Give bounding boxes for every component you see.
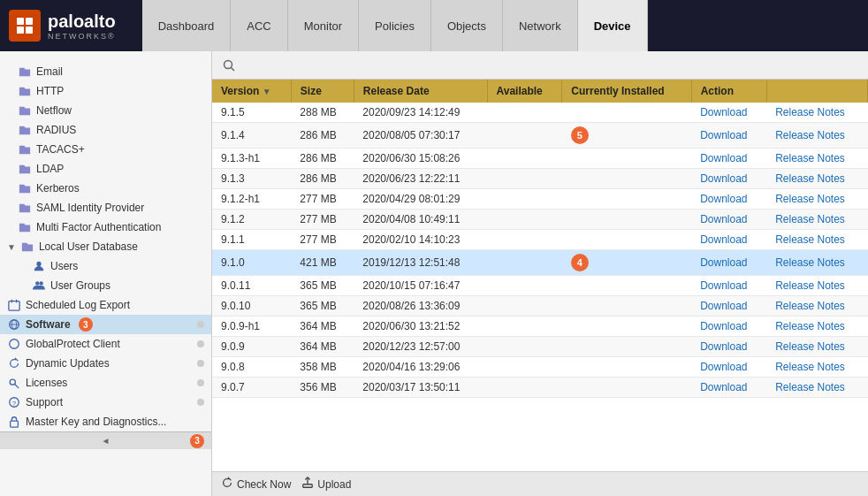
download-link[interactable]: Download [700,279,747,292]
cell-notes: Release Notes [766,169,867,189]
download-link[interactable]: Download [700,300,747,312]
cell-version: 9.0.7 [212,378,291,398]
download-link[interactable]: Download [700,256,747,269]
release-notes-link[interactable]: Release Notes [775,193,845,205]
sidebar-item-support[interactable]: ? Support [0,393,211,412]
software-badge: 3 [79,317,93,332]
tab-policies[interactable]: Policies [359,0,431,51]
cell-available [487,169,562,189]
release-notes-link[interactable]: Release Notes [775,152,845,164]
cell-notes: Release Notes [766,378,867,398]
help-icon: ? [7,395,21,409]
table-row: 9.0.8358 MB2020/04/16 13:29:06DownloadRe… [212,357,868,378]
sidebar-item-globalprotect[interactable]: GlobalProtect Client [0,334,211,354]
sidebar-item-scheduled-log[interactable]: Scheduled Log Export [0,295,211,315]
table-row: 9.0.11365 MB2020/10/15 07:16:47DownloadR… [212,276,868,296]
download-link[interactable]: Download [700,213,747,225]
upload-button[interactable]: Upload [301,477,351,492]
check-now-button[interactable]: Check Now [221,477,291,492]
col-size[interactable]: Size [291,80,354,103]
sidebar-item-software[interactable]: Software 3 [0,315,211,334]
tab-device[interactable]: Device [578,0,648,51]
tab-network[interactable]: Network [503,0,578,51]
col-currently-installed[interactable]: Currently Installed [562,80,691,103]
folder-icon [18,181,32,195]
download-link[interactable]: Download [700,172,747,185]
release-notes-link[interactable]: Release Notes [775,300,845,312]
search-button[interactable] [219,56,239,75]
folder-icon [18,162,32,176]
download-link[interactable]: Download [700,381,747,393]
cell-installed [562,357,691,378]
sidebar-item-local-user-db[interactable]: ▼ Local User Database [0,237,211,256]
svg-rect-3 [26,27,33,34]
logo-icon [9,10,41,42]
cell-available [487,317,562,337]
col-version[interactable]: Version ▼ [212,80,291,103]
sidebar-item-dynamic-updates[interactable]: Dynamic Updates [0,354,211,373]
sidebar-item-users[interactable]: Users [0,256,211,276]
tab-dashboard[interactable]: Dashboard [142,0,232,51]
refresh-icon [7,356,21,370]
cell-date: 2020/08/26 13:36:09 [354,296,487,317]
download-link[interactable]: Download [700,340,747,353]
release-notes-link[interactable]: Release Notes [775,233,845,246]
content-area: Version ▼ Size Release Date Available Cu… [212,51,868,496]
release-notes-link[interactable]: Release Notes [775,213,845,225]
col-action[interactable]: Action [691,80,766,103]
tab-acc[interactable]: ACC [231,0,287,51]
col-available[interactable]: Available [487,80,562,103]
sidebar-item-email[interactable]: Email [0,62,211,81]
release-notes-link[interactable]: Release Notes [775,106,845,118]
download-link[interactable]: Download [700,320,747,332]
cell-action: Download [691,250,766,276]
cell-version: 9.1.2 [212,210,291,230]
tab-objects[interactable]: Objects [431,0,503,51]
table-row: 9.0.9364 MB2020/12/23 12:57:00DownloadRe… [212,337,868,357]
col-release-date[interactable]: Release Date [354,80,487,103]
svg-point-13 [10,340,19,349]
sidebar-item-mfa[interactable]: Multi Factor Authentication [0,217,211,237]
cell-size: 365 MB [291,276,354,296]
release-notes-link[interactable]: Release Notes [775,361,845,373]
sidebar-item-saml[interactable]: SAML Identity Provider [0,198,211,217]
svg-rect-2 [17,27,24,34]
sidebar-scroll-badge: 3 [190,434,204,448]
cell-installed [562,103,691,123]
download-link[interactable]: Download [700,193,747,205]
svg-point-14 [10,379,15,385]
release-notes-link[interactable]: Release Notes [775,381,845,393]
release-notes-link[interactable]: Release Notes [775,340,845,353]
download-link[interactable]: Download [700,106,747,118]
sidebar-item-netflow[interactable]: Netflow [0,101,211,120]
sidebar-item-radius[interactable]: RADIUS [0,120,211,140]
folder-icon [18,65,32,79]
sidebar-item-master-key[interactable]: Master Key and Diagnostics... [0,412,211,431]
download-link[interactable]: Download [700,129,747,141]
download-link[interactable]: Download [700,361,747,373]
cell-date: 2020/06/23 12:22:11 [354,169,487,189]
download-link[interactable]: Download [700,233,747,246]
release-notes-link[interactable]: Release Notes [775,279,845,292]
release-notes-link[interactable]: Release Notes [775,320,845,332]
release-notes-link[interactable]: Release Notes [775,129,845,141]
sidebar-item-user-groups[interactable]: User Groups [0,276,211,295]
sidebar-item-ldap[interactable]: LDAP [0,159,211,179]
svg-rect-7 [9,301,19,311]
cell-date: 2020/09/23 14:12:49 [354,103,487,123]
sidebar-item-http[interactable]: HTTP [0,81,211,101]
cell-version: 9.1.2-h1 [212,189,291,210]
cell-available [487,189,562,210]
release-notes-link[interactable]: Release Notes [775,256,845,269]
cell-date: 2020/03/17 13:50:11 [354,378,487,398]
cell-notes: Release Notes [766,250,867,276]
sidebar-item-licenses[interactable]: Licenses [0,373,211,393]
cell-version: 9.1.1 [212,230,291,250]
sidebar-item-tacacs[interactable]: TACACS+ [0,140,211,159]
download-link[interactable]: Download [700,152,747,164]
upload-icon [301,477,314,492]
sidebar-item-kerberos[interactable]: Kerberos [0,179,211,198]
tab-monitor[interactable]: Monitor [288,0,359,51]
release-notes-link[interactable]: Release Notes [775,172,845,185]
cell-available [487,296,562,317]
